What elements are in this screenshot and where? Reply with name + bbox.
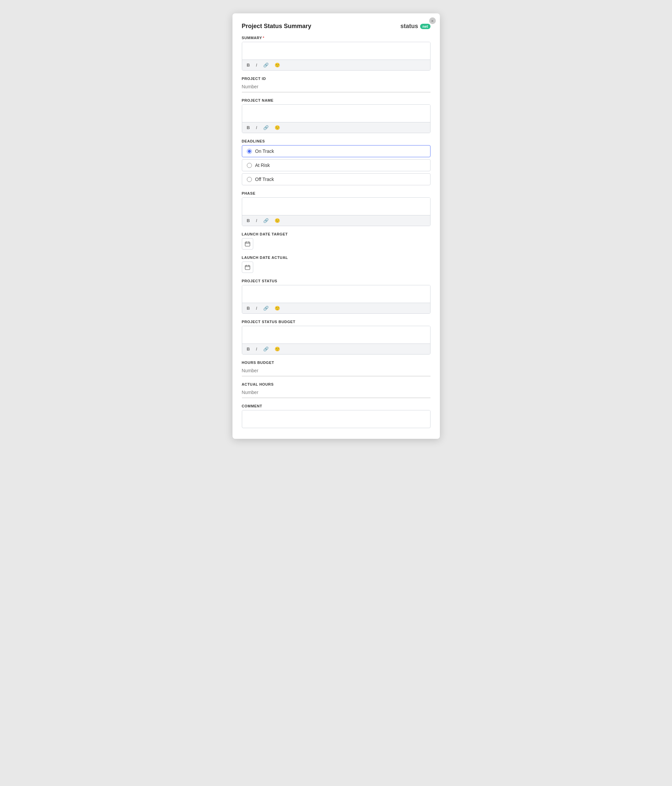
modal-header: Project Status Summary status net bbox=[242, 23, 431, 30]
deadline-on-track-option[interactable]: On Track bbox=[242, 145, 431, 157]
deadlines-label: DEADLINES bbox=[242, 139, 431, 143]
summary-input[interactable] bbox=[242, 42, 430, 58]
summary-bold-button[interactable]: B bbox=[246, 62, 251, 68]
comment-editor bbox=[242, 410, 431, 428]
project-name-italic-button[interactable]: I bbox=[255, 124, 258, 131]
close-button[interactable]: × bbox=[429, 17, 436, 24]
modal-title: Project Status Summary bbox=[242, 23, 312, 30]
calendar-icon bbox=[245, 241, 250, 247]
project-id-input[interactable] bbox=[242, 83, 315, 91]
phase-label: PHASE bbox=[242, 191, 431, 195]
project-status-budget-link-button[interactable]: 🔗 bbox=[262, 346, 270, 352]
project-name-bold-button[interactable]: B bbox=[246, 124, 251, 131]
summary-link-button[interactable]: 🔗 bbox=[262, 62, 270, 68]
project-status-italic-button[interactable]: I bbox=[255, 305, 258, 311]
launch-date-actual-label: LAUNCH DATE ACTUAL bbox=[242, 256, 431, 259]
project-status-budget-editor: B I 🔗 🙂 bbox=[242, 326, 431, 355]
phase-editor: B I 🔗 🙂 bbox=[242, 197, 431, 226]
deadline-at-risk-label: At Risk bbox=[255, 163, 270, 168]
project-status-budget-bold-button[interactable]: B bbox=[246, 346, 251, 352]
summary-label: SUMMARY* bbox=[242, 36, 431, 40]
deadline-off-track-label: Off Track bbox=[255, 177, 274, 182]
project-status-budget-emoji-button[interactable]: 🙂 bbox=[273, 346, 281, 352]
project-id-label: PROJECT ID bbox=[242, 77, 431, 80]
phase-bold-button[interactable]: B bbox=[246, 217, 251, 224]
project-name-link-button[interactable]: 🔗 bbox=[262, 124, 270, 131]
hours-budget-wrapper bbox=[242, 366, 431, 376]
project-status-toolbar: B I 🔗 🙂 bbox=[242, 303, 430, 313]
svg-rect-0 bbox=[245, 242, 250, 246]
launch-date-actual-picker[interactable] bbox=[242, 261, 253, 273]
comment-input[interactable] bbox=[242, 410, 430, 426]
project-name-emoji-button[interactable]: 🙂 bbox=[273, 124, 281, 131]
deadline-on-track-label: On Track bbox=[255, 148, 274, 154]
phase-link-button[interactable]: 🔗 bbox=[262, 217, 270, 224]
calendar-actual-icon bbox=[245, 264, 250, 270]
brand-badge: net bbox=[420, 24, 431, 29]
project-status-editor: B I 🔗 🙂 bbox=[242, 285, 431, 314]
brand-logo: status net bbox=[400, 23, 431, 30]
phase-italic-button[interactable]: I bbox=[255, 217, 258, 224]
actual-hours-label: ACTUAL HOURS bbox=[242, 382, 431, 386]
launch-date-target-picker[interactable] bbox=[242, 238, 253, 250]
project-status-emoji-button[interactable]: 🙂 bbox=[273, 305, 281, 311]
deadline-at-risk-option[interactable]: At Risk bbox=[242, 159, 431, 171]
hours-budget-label: HOURS BUDGET bbox=[242, 360, 431, 365]
hours-budget-input[interactable] bbox=[242, 366, 315, 375]
launch-date-target-label: LAUNCH DATE TARGET bbox=[242, 232, 431, 236]
brand-name: status bbox=[400, 23, 418, 30]
project-id-wrapper bbox=[242, 83, 431, 92]
summary-toolbar: B I 🔗 🙂 bbox=[242, 60, 430, 70]
project-status-link-button[interactable]: 🔗 bbox=[262, 305, 270, 311]
project-status-bold-button[interactable]: B bbox=[246, 305, 251, 311]
project-status-budget-input[interactable] bbox=[242, 326, 430, 342]
deadline-off-track-radio[interactable] bbox=[247, 177, 252, 182]
phase-emoji-button[interactable]: 🙂 bbox=[273, 217, 281, 224]
svg-rect-4 bbox=[245, 266, 250, 270]
summary-editor: B I 🔗 🙂 bbox=[242, 42, 431, 71]
deadline-off-track-option[interactable]: Off Track bbox=[242, 173, 431, 185]
actual-hours-wrapper bbox=[242, 388, 431, 398]
summary-emoji-button[interactable]: 🙂 bbox=[273, 62, 281, 68]
project-status-label: PROJECT STATUS bbox=[242, 279, 431, 283]
comment-label: COMMENT bbox=[242, 404, 431, 408]
project-name-editor: B I 🔗 🙂 bbox=[242, 104, 431, 133]
phase-input[interactable] bbox=[242, 198, 430, 214]
project-status-budget-label: PROJECT STATUS BUDGET bbox=[242, 320, 431, 324]
project-status-budget-toolbar: B I 🔗 🙂 bbox=[242, 344, 430, 354]
deadline-at-risk-radio[interactable] bbox=[247, 163, 252, 168]
required-indicator: * bbox=[263, 36, 264, 40]
deadlines-options: On Track At Risk Off Track bbox=[242, 145, 431, 185]
phase-toolbar: B I 🔗 🙂 bbox=[242, 215, 430, 226]
summary-italic-button[interactable]: I bbox=[255, 62, 258, 68]
project-name-label: PROJECT NAME bbox=[242, 98, 431, 102]
project-status-budget-italic-button[interactable]: I bbox=[255, 346, 258, 352]
project-name-toolbar: B I 🔗 🙂 bbox=[242, 122, 430, 133]
project-name-input[interactable] bbox=[242, 105, 430, 121]
project-status-input[interactable] bbox=[242, 285, 430, 301]
project-status-modal: × Project Status Summary status net SUMM… bbox=[233, 13, 440, 439]
deadline-on-track-radio[interactable] bbox=[247, 149, 252, 154]
actual-hours-input[interactable] bbox=[242, 388, 315, 396]
